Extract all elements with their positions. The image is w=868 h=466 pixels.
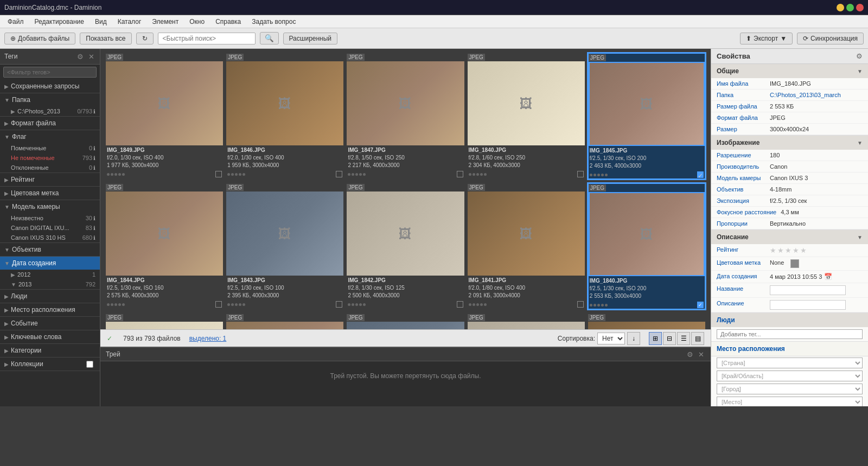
show-all-button[interactable]: Показать все — [80, 33, 131, 44]
menu-file[interactable]: Файл — [2, 15, 29, 28]
photo-item-img1843[interactable]: JPEG 🖼 IMG_1843.JPG f/2.5, 1/30 сек, ISO… — [225, 182, 344, 310]
view-list-button[interactable]: ☰ — [677, 332, 690, 345]
refresh-button[interactable]: ↻ — [136, 33, 154, 44]
photo-item-row3-2[interactable]: JPEG 🖼 — [225, 312, 344, 329]
photo-item-img1844[interactable]: JPEG 🖼 IMG_1844.JPG f/2.5, 1/30 сек, ISO… — [105, 182, 224, 310]
star-3[interactable]: ★ — [785, 246, 792, 254]
color-swatch[interactable] — [790, 259, 799, 268]
photo-checkbox-img1842[interactable] — [457, 301, 463, 308]
file-format-header[interactable]: ▶ Формат файла — [0, 117, 100, 130]
minimize-button[interactable] — [837, 4, 844, 11]
star-2[interactable]: ★ — [777, 246, 784, 254]
sort-direction-button[interactable]: ↓ — [627, 332, 640, 345]
star-5[interactable]: ★ — [800, 246, 807, 254]
flag-marked[interactable]: Помеченные 0 ℹ — [0, 143, 100, 153]
tray-gear-icon[interactable]: ⚙ — [686, 350, 694, 359]
close-panel-icon[interactable]: ✕ — [87, 52, 95, 61]
photo-checkbox-img1846[interactable] — [336, 171, 342, 177]
event-header[interactable]: ▶ Событие — [0, 317, 100, 330]
description-input[interactable] — [770, 300, 846, 310]
photo-checkbox-img1840b[interactable] — [577, 171, 584, 177]
location-header[interactable]: ▶ Место расположения — [0, 303, 100, 316]
flag-header[interactable]: ▼ Флаг — [0, 130, 100, 143]
photo-item-img1842[interactable]: JPEG 🖼 IMG_1842.JPG f/2.8, 1/30 сек, ISO… — [346, 182, 465, 310]
camera-model-header[interactable]: ▼ Модель камеры — [0, 200, 100, 213]
categories-header[interactable]: ▶ Категории — [0, 344, 100, 357]
tray-close-icon[interactable]: ✕ — [697, 350, 705, 359]
place-select[interactable]: [Место] — [717, 397, 863, 406]
close-button[interactable] — [856, 4, 864, 11]
photo-item-row3-3[interactable]: JPEG 🖼 — [346, 312, 465, 329]
photo-item-row3-1[interactable]: JPEG 🖼 — [105, 312, 224, 329]
star-1[interactable]: ★ — [770, 246, 776, 254]
menu-element[interactable]: Элемент — [146, 15, 184, 28]
photo-item-img1849[interactable]: JPEG 🖼 IMG_1849.JPG f/2.0, 1/30 сек, ISO… — [105, 52, 224, 180]
flag-rejected[interactable]: Отклоненные 0 ℹ — [0, 163, 100, 173]
export-button[interactable]: ⬆ Экспорт ▼ — [740, 33, 793, 44]
people-header[interactable]: ▶ Люди — [0, 290, 100, 303]
photo-item-row3-5[interactable]: JPEG 🖼 — [587, 312, 706, 329]
general-section-header[interactable]: Общие ▼ — [711, 64, 868, 78]
year-2012[interactable]: ▶ 2012 1 — [0, 270, 100, 279]
flag-unmarked[interactable]: Не помеченные 793 ℹ — [0, 153, 100, 163]
photo-item-row3-4[interactable]: JPEG 🖼 — [467, 312, 586, 329]
menu-ask[interactable]: Задать вопрос — [246, 15, 301, 28]
photo-checkbox-img1845[interactable]: ✓ — [697, 171, 704, 178]
collections-header[interactable]: ▶ Коллекции — [0, 358, 100, 371]
photo-checkbox-img1840[interactable]: ✓ — [697, 302, 704, 308]
sync-button[interactable]: ⟳ Синхронизация — [797, 33, 864, 44]
add-files-button[interactable]: ⊕ Добавить файлы — [4, 33, 75, 44]
tag-filter-input[interactable] — [3, 67, 97, 78]
camera-canon-ixus[interactable]: Canon IXUS 310 HS 680 ℹ — [0, 233, 100, 242]
view-grid-button[interactable]: ⊞ — [649, 332, 662, 345]
photo-checkbox-img1849[interactable] — [215, 171, 222, 177]
photo-checkbox-img1843[interactable] — [336, 301, 342, 308]
date-created-header[interactable]: ▼ Дата создания — [0, 257, 100, 270]
menu-edit[interactable]: Редактирование — [29, 15, 90, 28]
year-2013[interactable]: ▼ 2013 792 — [0, 279, 100, 289]
advanced-search-button[interactable]: Расширенный — [283, 33, 338, 44]
city-select[interactable]: [Город] — [717, 384, 863, 394]
right-panel-gear-icon[interactable]: ⚙ — [856, 52, 863, 60]
location-section-header[interactable]: Место расположения — [711, 342, 868, 356]
lens-header[interactable]: ▼ Объектив — [0, 243, 100, 256]
rating-stars[interactable]: ★ ★ ★ ★ ★ — [770, 246, 807, 254]
date-calendar-icon[interactable]: 📅 — [824, 273, 832, 280]
view-detail-button[interactable]: ▤ — [691, 332, 704, 345]
add-people-tag-input[interactable] — [717, 329, 863, 339]
gear-icon[interactable]: ⚙ — [76, 52, 85, 61]
photo-item-img1840[interactable]: JPEG 🖼 IMG_1840.JPG f/2.5, 1/30 сек, ISO… — [587, 182, 706, 310]
rating-header[interactable]: ▶ Рейтинг — [0, 173, 100, 186]
photo-checkbox-img1847[interactable] — [457, 171, 463, 177]
sort-select[interactable]: Нет — [597, 333, 625, 344]
maximize-button[interactable] — [846, 4, 854, 11]
image-section-header[interactable]: Изображение ▼ — [711, 136, 868, 150]
saved-queries-header[interactable]: ▶ Сохраненные запросы — [0, 80, 100, 93]
menu-catalog[interactable]: Каталог — [112, 15, 147, 28]
photo-checkbox-img1841[interactable] — [577, 301, 584, 308]
menu-window[interactable]: Окно — [184, 15, 210, 28]
menu-view[interactable]: Вид — [90, 15, 112, 28]
photo-item-img1846[interactable]: JPEG 🖼 IMG_1846.JPG f/2.0, 1/30 сек, ISO… — [225, 52, 344, 180]
menu-help[interactable]: Справка — [210, 15, 246, 28]
photo-checkbox-img1844[interactable] — [215, 301, 222, 308]
star-4[interactable]: ★ — [793, 246, 799, 254]
keywords-header[interactable]: ▶ Ключевые слова — [0, 330, 100, 343]
camera-unknown[interactable]: Неизвестно 30 ℹ — [0, 213, 100, 223]
folder-item[interactable]: ▶ C:\Photos_2013 0/793 ℹ — [0, 106, 100, 116]
search-input[interactable] — [158, 33, 256, 44]
search-button[interactable]: 🔍 — [260, 32, 279, 44]
photo-item-img1841[interactable]: JPEG 🖼 IMG_1841.JPG f/2.0, 1/80 сек, ISO… — [467, 182, 586, 310]
title-input[interactable] — [770, 285, 846, 295]
country-select[interactable]: [Страна] — [717, 358, 863, 368]
region-select[interactable]: [Край/Область] — [717, 371, 863, 381]
description-section-header[interactable]: Описание ▼ — [711, 230, 868, 244]
status-selected[interactable]: выделено: 1 — [189, 335, 227, 342]
camera-canon-digital[interactable]: Canon DIGITAL IXU... 83 ℹ — [0, 223, 100, 233]
collections-checkbox[interactable] — [86, 361, 93, 368]
photo-item-img1847[interactable]: JPEG 🖼 IMG_1847.JPG f/2.8, 1/50 сек, ISO… — [346, 52, 465, 180]
photo-item-img1840b[interactable]: JPEG 🖼 IMG_1840.JPG f/2.8, 1/60 сек, ISO… — [467, 52, 586, 180]
view-grid2-button[interactable]: ⊟ — [663, 332, 676, 345]
folder-header[interactable]: ▼ Папка — [0, 93, 100, 106]
people-section-header[interactable]: Люди — [711, 313, 868, 327]
